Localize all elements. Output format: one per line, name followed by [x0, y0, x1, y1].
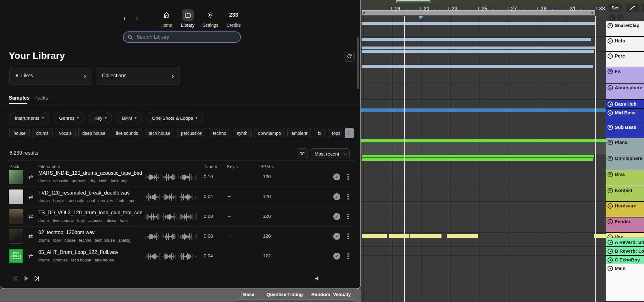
row-menu-button[interactable]: •••: [346, 253, 350, 259]
nav-back-button[interactable]: ‹: [123, 14, 125, 23]
downloaded-check-icon[interactable]: ✓: [333, 193, 340, 200]
track-header-perc[interactable]: Perc: [606, 52, 644, 67]
velocity-cell[interactable]: [281, 299, 295, 302]
refresh-button[interactable]: [344, 51, 355, 62]
tag-chip-ambient[interactable]: ambient: [287, 128, 311, 138]
track-header-b-reverb-long[interactable]: B Reverb: Long: [606, 247, 644, 256]
loop-end-chevron-icon[interactable]: <: [591, 10, 594, 15]
likes-button[interactable]: ♥Likes ›: [9, 67, 92, 85]
clip-bar[interactable]: [389, 234, 409, 238]
clip-bar[interactable]: [362, 50, 594, 53]
pack-art[interactable]: AFRO HOUSE & TECHNO: [9, 249, 23, 263]
track-header-hardware[interactable]: Hardware: [606, 202, 644, 217]
sort-dropdown[interactable]: Most recent ⇅: [311, 148, 350, 159]
sample-tag[interactable]: drums: [38, 238, 50, 243]
velocity-cell[interactable]: [252, 299, 265, 302]
tag-chip-deep-house[interactable]: deep house: [78, 128, 109, 138]
sample-tag[interactable]: soul: [87, 198, 95, 203]
repeat-icon[interactable]: ⇄: [28, 173, 33, 180]
sample-tag[interactable]: disco: [107, 218, 116, 223]
row-menu-button[interactable]: •••: [346, 233, 350, 239]
sample-tag[interactable]: house: [64, 238, 75, 243]
waveform[interactable]: [145, 212, 201, 221]
track-header-sub-bass[interactable]: Sub Bass: [606, 123, 644, 138]
repeat-icon[interactable]: ⇄: [28, 213, 33, 220]
pack-art[interactable]: [9, 209, 23, 224]
nav-item-credits[interactable]: 233 Credits: [223, 9, 245, 28]
nav-item-library[interactable]: Library: [177, 9, 199, 28]
sample-tag[interactable]: indie: [99, 178, 107, 183]
clip-bar[interactable]: [362, 22, 595, 25]
sample-row[interactable]: ⇄02_techtop_120bpm.wavdrumstopshousetech…: [6, 227, 355, 246]
track-header-kontakt[interactable]: Kontakt: [606, 186, 644, 202]
sample-tag[interactable]: grooves: [53, 258, 68, 262]
track-header-omnisphere[interactable]: Omnisphere: [606, 154, 644, 170]
sample-tag[interactable]: acoustic: [69, 198, 84, 203]
search-input[interactable]: [136, 34, 231, 40]
row-menu-button[interactable]: •••: [346, 173, 350, 180]
track-header-c-echoboy[interactable]: C EchoBoy: [606, 256, 644, 264]
waveform[interactable]: [145, 252, 201, 261]
nav-forward-button[interactable]: ›: [136, 14, 138, 23]
clip-bar[interactable]: [361, 108, 606, 112]
sample-tag[interactable]: dry: [90, 178, 95, 183]
track-header-bass-hub[interactable]: Bass Hub: [606, 100, 644, 109]
track-header-mid-bass[interactable]: Mid Bass: [606, 109, 644, 123]
sample-tag[interactable]: funk: [120, 218, 128, 223]
sample-tag[interactable]: funk: [116, 198, 124, 203]
track-header-a-reverb-sho[interactable]: A Reverb: Sho: [606, 238, 644, 247]
repeat-icon[interactable]: ⇄: [28, 193, 33, 200]
bottom-label-quantize[interactable]: Quantize: [266, 292, 286, 297]
track-header-vox[interactable]: Vox: [606, 233, 644, 238]
sample-tag[interactable]: grooves: [72, 178, 86, 183]
clip-bar[interactable]: [362, 47, 595, 49]
tag-chip-vocals[interactable]: vocals: [55, 128, 76, 138]
clip-bar[interactable]: [362, 234, 387, 238]
tag-chip-tech-house[interactable]: tech house: [145, 128, 175, 138]
velocity-cell[interactable]: [325, 299, 339, 302]
tag-chip-fx[interactable]: fx: [314, 128, 325, 138]
volume-icon[interactable]: [315, 276, 320, 281]
waveform[interactable]: [145, 173, 201, 182]
waveform[interactable]: [145, 232, 201, 241]
draw-tool-button[interactable]: [626, 3, 639, 12]
sample-tag[interactable]: acoustic: [53, 178, 68, 183]
track-header-snare-clap[interactable]: Snare/Clap: [606, 21, 644, 37]
sample-row[interactable]: ⇄MARS_INDIE_120_drums_acoustic_tape_bedr…: [6, 167, 355, 187]
filter-genres[interactable]: Genres▾: [54, 112, 84, 124]
sample-tag[interactable]: drums: [38, 198, 50, 203]
tab-packs[interactable]: Packs: [34, 95, 48, 101]
waveform[interactable]: [145, 193, 201, 201]
sample-tag[interactable]: techno: [79, 238, 91, 243]
tag-chip-percussion[interactable]: percussion: [177, 128, 206, 138]
skip-forward-button[interactable]: [34, 275, 40, 282]
tab-samples[interactable]: Samples: [9, 95, 30, 101]
nav-item-settings[interactable]: Settings: [199, 9, 221, 28]
track-header-main[interactable]: Main: [606, 264, 644, 302]
loop-region-bar[interactable]: > <: [362, 10, 595, 15]
row-menu-button[interactable]: •••: [346, 213, 350, 220]
sample-row[interactable]: ⇄TVD_120_resampled_break_double.wavdrums…: [6, 187, 355, 207]
sample-tag[interactable]: afro house: [95, 258, 114, 262]
velocity-cell[interactable]: [311, 299, 325, 302]
sample-tag[interactable]: breaks: [53, 198, 65, 203]
panel-scrollbar[interactable]: [357, 37, 359, 89]
sample-tag[interactable]: tops: [77, 218, 85, 223]
bottom-label-velocity[interactable]: Velocity: [333, 292, 351, 297]
velocity-cell[interactable]: [237, 299, 251, 302]
shuffle-button[interactable]: [297, 148, 308, 159]
more-tags-button[interactable]: …: [345, 128, 354, 138]
collections-button[interactable]: Collections ›: [96, 67, 180, 85]
track-header-fx[interactable]: FX: [606, 67, 644, 84]
nudge-right-button[interactable]: →: [617, 14, 624, 21]
track-header-atmosphere[interactable]: Atmosphere: [606, 84, 644, 100]
clip-bar[interactable]: [362, 38, 591, 41]
sample-tag[interactable]: drums: [38, 178, 50, 183]
nudge-left-button[interactable]: ←: [609, 14, 616, 21]
downloaded-check-icon[interactable]: ✓: [333, 213, 340, 220]
downloaded-check-icon[interactable]: ✓: [333, 253, 340, 260]
pack-art[interactable]: [9, 170, 23, 184]
set-button[interactable]: Set: [608, 3, 623, 12]
tag-chip-tops[interactable]: tops: [328, 128, 343, 138]
sample-tag[interactable]: tech house: [95, 238, 115, 243]
